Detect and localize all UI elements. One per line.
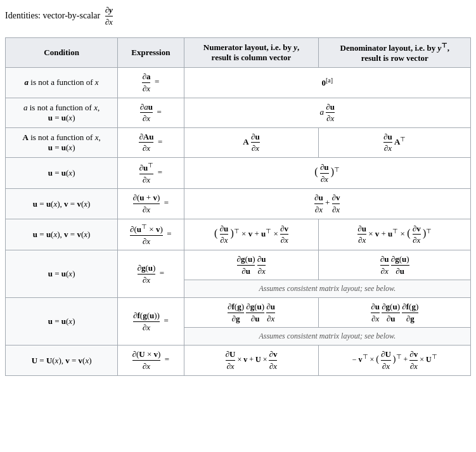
formula-cell: a ∂u ∂x <box>184 98 470 127</box>
title-frac: ∂y ∂x <box>105 5 113 27</box>
condition-cell: u = u(x) <box>6 250 118 298</box>
formula-denominator-cell: − v⊤ × ( ∂U ∂x )⊤ + ∂v ∂x × U⊤ <box>319 345 471 375</box>
table-row: a is not a function of x ∂a ∂x = 0[a] <box>6 68 471 98</box>
formula-denominator-cell: ∂u ∂x ∂g(u) ∂u ∂f(g) ∂g <box>319 298 471 328</box>
note-cell: Assumes consistent matrix layout; see be… <box>184 280 470 298</box>
formula-denominator-cell: ∂u ∂x × v + u⊤ × ( ∂v ∂x )⊤ <box>319 219 471 250</box>
condition-cell: U = U(x), v = v(x) <box>6 345 118 375</box>
formula-cell: 0[a] <box>184 68 470 98</box>
table-row: A is not a function of x,u = u(x) ∂Au ∂x… <box>6 127 471 157</box>
expression-cell: ∂(u + v) ∂x = <box>118 189 184 219</box>
formula-denominator-cell: ∂u ∂x ∂g(u) ∂u <box>319 250 471 280</box>
condition-cell: u = u(x), v = v(x) <box>6 189 118 219</box>
table-row: u = u(x) ∂f(g(u)) ∂x = ∂f(g) ∂g ∂g(u) ∂u <box>6 298 471 328</box>
col-header-denominator: Denominator layout, i.e. by y⊤,result is… <box>319 38 471 68</box>
condition-cell: a is not a function of x,u = u(x) <box>6 98 118 127</box>
col-header-condition: Condition <box>6 38 118 68</box>
condition-cell: u = u(x), v = v(x) <box>6 219 118 250</box>
formula-numerator-cell: ∂g(u) ∂u ∂u ∂x <box>184 250 319 280</box>
formula-numerator-cell: ∂U ∂x × v + U × ∂v ∂x <box>184 345 319 375</box>
col-header-expression: Expression <box>118 38 184 68</box>
expression-cell: ∂(U × v) ∂x = <box>118 345 184 375</box>
condition-cell: A is not a function of x,u = u(x) <box>6 127 118 157</box>
note-cell: Assumes consistent matrix layout; see be… <box>184 328 470 345</box>
page-title: Identities: vector-by-scalar ∂y ∂x <box>5 5 471 27</box>
formula-cell: ∂u ∂x + ∂v ∂x <box>184 189 470 219</box>
table-row: u = u(x) ∂u⊤ ∂x = ( ∂u ∂x )⊤ <box>6 157 471 189</box>
formula-numerator-cell: ∂f(g) ∂g ∂g(u) ∂u ∂u ∂x <box>184 298 319 328</box>
formula-cell: ( ∂u ∂x )⊤ <box>184 157 470 189</box>
identities-table: Condition Expression Numerator layout, i… <box>5 37 471 376</box>
table-row: u = u(x), v = v(x) ∂(u + v) ∂x = ∂u ∂x +… <box>6 189 471 219</box>
formula-denominator-cell: ∂u ∂x A⊤ <box>319 127 471 157</box>
col-header-numerator: Numerator layout, i.e. by y,result is co… <box>184 38 319 68</box>
title-text: Identities: vector-by-scalar <box>5 11 103 20</box>
table-row: u = u(x), v = v(x) ∂(u⊤ × v) ∂x = ( ∂u ∂… <box>6 219 471 250</box>
expression-cell: ∂au ∂x = <box>118 98 184 127</box>
table-row: a is not a function of x,u = u(x) ∂au ∂x… <box>6 98 471 127</box>
expression-cell: ∂a ∂x = <box>118 68 184 98</box>
expression-cell: ∂Au ∂x = <box>118 127 184 157</box>
condition-cell: u = u(x) <box>6 298 118 345</box>
expression-cell: ∂(u⊤ × v) ∂x = <box>118 219 184 250</box>
formula-numerator-cell: A ∂u ∂x <box>184 127 319 157</box>
table-row: U = U(x), v = v(x) ∂(U × v) ∂x = ∂U ∂x ×… <box>6 345 471 375</box>
expression-cell: ∂u⊤ ∂x = <box>118 157 184 189</box>
table-row: u = u(x) ∂g(u) ∂x = ∂g(u) ∂u ∂u ∂x <box>6 250 471 280</box>
expression-cell: ∂g(u) ∂x = <box>118 250 184 298</box>
condition-cell: a is not a function of x <box>6 68 118 98</box>
condition-cell: u = u(x) <box>6 157 118 189</box>
formula-numerator-cell: ( ∂u ∂x )⊤ × v + u⊤ × ∂v ∂x <box>184 219 319 250</box>
expression-cell: ∂f(g(u)) ∂x = <box>118 298 184 345</box>
